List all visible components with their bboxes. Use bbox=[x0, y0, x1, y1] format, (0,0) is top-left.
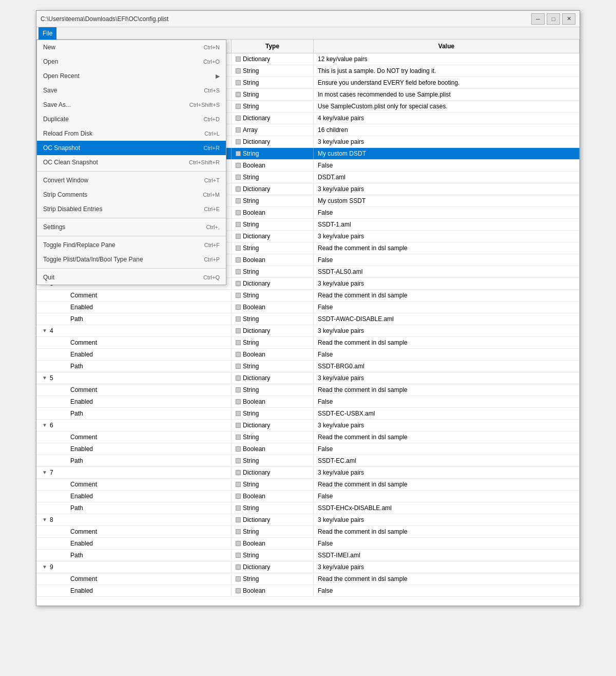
value-cell: My custom SSDT bbox=[314, 195, 580, 206]
type-cell: Boolean bbox=[232, 585, 314, 596]
expand-icon bbox=[61, 457, 69, 465]
menu-item-convert-window[interactable]: Convert Window Ctrl+T bbox=[37, 173, 226, 187]
table-row[interactable]: CommentStringRead the comment in dsl sam… bbox=[36, 479, 580, 491]
type-label: Boolean bbox=[243, 445, 265, 453]
type-cell: String bbox=[232, 479, 314, 490]
table-row[interactable]: PathStringSSDT-EC-USBX.aml bbox=[36, 408, 580, 420]
key-cell: ▼8 bbox=[36, 514, 232, 525]
value-cell: SSDT-IMEI.aml bbox=[314, 550, 580, 561]
key-cell: Path bbox=[36, 361, 232, 372]
type-label: Boolean bbox=[243, 351, 265, 358]
table-row[interactable]: ▼6Dictionary3 key/value pairs bbox=[36, 420, 580, 431]
expand-icon[interactable]: ▼ bbox=[41, 468, 49, 477]
key-label: Enabled bbox=[70, 445, 93, 453]
type-indicator-icon bbox=[236, 163, 241, 168]
expand-icon bbox=[61, 409, 69, 418]
table-row[interactable]: CommentStringRead the comment in dsl sam… bbox=[36, 384, 580, 396]
type-label: String bbox=[243, 386, 259, 393]
table-row[interactable]: ▼4Dictionary3 key/value pairs bbox=[36, 325, 580, 337]
table-row[interactable]: ▼9Dictionary3 key/value pairs bbox=[36, 561, 580, 573]
expand-icon bbox=[61, 539, 69, 548]
menu-item-quit[interactable]: Quit Ctrl+Q bbox=[37, 270, 226, 285]
value-cell: 12 key/value pairs bbox=[314, 53, 580, 65]
menu-item-oc-clean-snapshot[interactable]: OC Clean Snapshot Ctrl+Shift+R bbox=[37, 155, 226, 170]
table-row[interactable]: CommentStringRead the comment in dsl sam… bbox=[36, 290, 580, 302]
key-cell: Path bbox=[36, 313, 232, 325]
table-row[interactable]: EnabledBooleanFalse bbox=[36, 349, 580, 361]
menu-item-reload-from-disk[interactable]: Reload From Disk Ctrl+L bbox=[37, 126, 226, 141]
table-row[interactable]: PathStringSSDT-EHCx-DISABLE.aml bbox=[36, 502, 580, 514]
value-cell: False bbox=[314, 585, 580, 596]
key-label: Enabled bbox=[70, 351, 93, 358]
type-label: Boolean bbox=[243, 493, 265, 500]
type-cell: String bbox=[232, 455, 314, 466]
table-row[interactable]: ▼5Dictionary3 key/value pairs bbox=[36, 372, 580, 384]
expand-icon bbox=[61, 362, 69, 370]
table-row[interactable]: EnabledBooleanFalse bbox=[36, 443, 580, 455]
table-row[interactable]: CommentStringRead the comment in dsl sam… bbox=[36, 431, 580, 443]
menu-item-toggle-find-replace[interactable]: Toggle Find/Replace Pane Ctrl+F bbox=[37, 238, 226, 252]
table-row[interactable]: EnabledBooleanFalse bbox=[36, 302, 580, 313]
table-row[interactable]: CommentStringRead the comment in dsl sam… bbox=[36, 337, 580, 349]
table-row[interactable]: PathStringSSDT-EC.aml bbox=[36, 455, 580, 467]
type-cell: String bbox=[232, 384, 314, 396]
type-label: Dictionary bbox=[243, 327, 270, 334]
key-cell: Comment bbox=[36, 526, 232, 537]
type-cell: Dictionary bbox=[232, 136, 314, 147]
table-row[interactable]: PathStringSSDT-AWAC-DISABLE.aml bbox=[36, 313, 580, 325]
menu-item-strip-comments[interactable]: Strip Comments Ctrl+M bbox=[37, 187, 226, 202]
file-menu-item[interactable]: File bbox=[38, 27, 56, 40]
table-row[interactable]: EnabledBooleanFalse bbox=[36, 396, 580, 408]
menu-item-new[interactable]: New Ctrl+N bbox=[37, 40, 226, 54]
menu-item-duplicate[interactable]: Duplicate Ctrl+D bbox=[37, 112, 226, 126]
value-cell: False bbox=[314, 254, 580, 266]
type-label: String bbox=[243, 174, 259, 181]
key-label: 8 bbox=[50, 516, 53, 523]
table-row[interactable]: CommentStringRead the comment in dsl sam… bbox=[36, 526, 580, 538]
type-label: String bbox=[243, 457, 259, 464]
value-column-header: Value bbox=[314, 40, 580, 53]
type-label: Dictionary bbox=[243, 469, 270, 476]
menu-item-save[interactable]: Save Ctrl+S bbox=[37, 83, 226, 98]
menu-item-save-as[interactable]: Save As... Ctrl+Shift+S bbox=[37, 98, 226, 112]
type-label: Boolean bbox=[243, 540, 265, 547]
table-row[interactable]: EnabledBooleanFalse bbox=[36, 491, 580, 502]
maximize-button[interactable]: □ bbox=[547, 13, 560, 25]
menu-item-oc-snapshot[interactable]: OC Snapshot Ctrl+R bbox=[37, 141, 226, 155]
type-cell: Boolean bbox=[232, 302, 314, 313]
table-row[interactable]: ▼8Dictionary3 key/value pairs bbox=[36, 514, 580, 526]
table-row[interactable]: PathStringSSDT-IMEI.aml bbox=[36, 550, 580, 561]
type-cell: String bbox=[232, 502, 314, 514]
table-row[interactable]: PathStringSSDT-BRG0.aml bbox=[36, 361, 580, 372]
type-indicator-icon bbox=[236, 139, 241, 144]
type-label: String bbox=[243, 434, 259, 441]
expand-icon[interactable]: ▼ bbox=[41, 374, 49, 382]
type-indicator-icon bbox=[236, 281, 241, 286]
expand-icon bbox=[61, 315, 69, 323]
menu-item-toggle-plist[interactable]: Toggle Plist/Data/Int/Bool Type Pane Ctr… bbox=[37, 252, 226, 267]
expand-icon bbox=[61, 303, 69, 311]
menu-item-open[interactable]: Open Ctrl+O bbox=[37, 54, 226, 69]
expand-icon[interactable]: ▼ bbox=[41, 516, 49, 524]
type-cell: Dictionary bbox=[232, 420, 314, 431]
expand-icon[interactable]: ▼ bbox=[41, 421, 49, 429]
type-cell: String bbox=[232, 195, 314, 206]
menu-item-settings[interactable]: Settings Ctrl+, bbox=[37, 220, 226, 234]
type-label: Boolean bbox=[243, 398, 265, 405]
minimize-button[interactable]: ─ bbox=[531, 13, 545, 25]
key-label: Enabled bbox=[70, 304, 93, 311]
type-cell: String bbox=[232, 266, 314, 277]
table-row[interactable]: CommentStringRead the comment in dsl sam… bbox=[36, 573, 580, 585]
menu-item-strip-disabled-entries[interactable]: Strip Disabled Entries Ctrl+E bbox=[37, 202, 226, 216]
value-cell: 4 key/value pairs bbox=[314, 112, 580, 124]
table-row[interactable]: ▼7Dictionary3 key/value pairs bbox=[36, 467, 580, 479]
table-row[interactable]: EnabledBooleanFalse bbox=[36, 538, 580, 550]
type-indicator-icon bbox=[236, 92, 241, 97]
value-cell: False bbox=[314, 491, 580, 502]
close-button[interactable]: ✕ bbox=[562, 13, 575, 25]
table-row[interactable]: EnabledBooleanFalse bbox=[36, 585, 580, 597]
expand-icon[interactable]: ▼ bbox=[41, 327, 49, 335]
menu-item-open-recent[interactable]: Open Recent ▶ bbox=[37, 69, 226, 83]
type-cell: Boolean bbox=[232, 254, 314, 266]
expand-icon[interactable]: ▼ bbox=[41, 563, 49, 571]
